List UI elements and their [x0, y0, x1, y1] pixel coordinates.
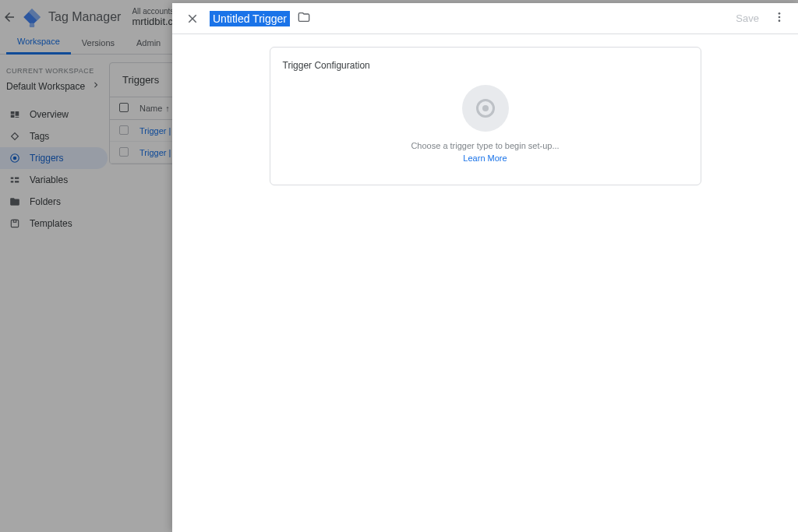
svg-point-13	[779, 19, 781, 22]
save-button[interactable]: Save	[736, 12, 759, 24]
config-card-title: Trigger Configuration	[270, 60, 701, 85]
trigger-config-card[interactable]: Trigger Configuration Choose a trigger t…	[270, 47, 701, 185]
more-menu-button[interactable]	[773, 11, 786, 26]
modal-header: Untitled Trigger Save	[172, 3, 798, 34]
svg-point-11	[779, 12, 781, 15]
svg-point-12	[779, 16, 781, 18]
trigger-editor-modal: Untitled Trigger Save Trigger Configurat…	[172, 3, 798, 532]
empty-state-icon	[462, 85, 509, 132]
learn-more-link[interactable]: Learn More	[270, 153, 701, 163]
close-button[interactable]	[182, 8, 203, 30]
folder-select-button[interactable]	[298, 11, 310, 26]
empty-state-text: Choose a trigger type to begin set-up...	[270, 141, 701, 150]
trigger-title-text: Untitled Trigger	[210, 11, 290, 26]
trigger-name-input[interactable]: Untitled Trigger	[210, 11, 290, 26]
